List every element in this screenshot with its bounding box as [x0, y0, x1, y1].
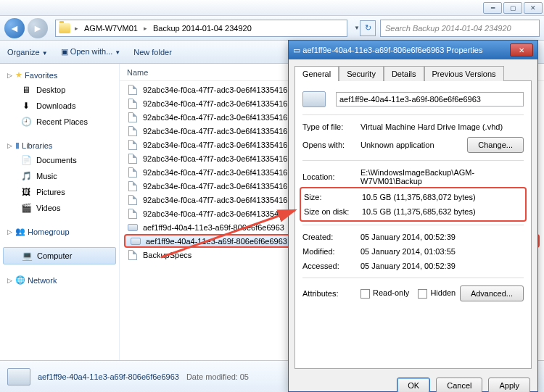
cancel-button[interactable]: Cancel [436, 378, 482, 392]
dialog-title: aef1ff9e-40a4-11e3-a69f-806e6f6e6963 Pro… [302, 46, 482, 54]
disk-icon [7, 368, 30, 385]
sidebar-favorites[interactable]: ▷★ Favorites [0, 68, 119, 82]
open-with-menu[interactable]: ▣ Open with...▼ [61, 47, 121, 57]
disk-icon [302, 91, 326, 107]
file-icon [127, 180, 139, 192]
titlebar: ━ ▢ ✕ [0, 0, 544, 16]
file-name: BackupSpecs [143, 251, 191, 259]
accessed-label: Accessed: [302, 262, 360, 270]
back-button[interactable]: ◄ [4, 18, 25, 38]
readonly-label: Read-only [373, 288, 409, 297]
location-label: Location: [302, 172, 360, 181]
modified-value: 05 January 2014, 01:03:55 [360, 247, 524, 256]
file-icon [127, 194, 139, 206]
close-button[interactable]: ✕ [510, 43, 533, 57]
size-highlight: Size:10.5 GB (11,375,683,072 bytes) Size… [300, 187, 527, 222]
organize-menu[interactable]: Organize▼ [7, 48, 48, 57]
sidebar-homegroup[interactable]: ▷👥 Homegroup [0, 225, 119, 238]
file-name: 92abc34e-f0ca-47f7-adc3-0e6f41335416 [143, 99, 287, 108]
maximize-button[interactable]: ▢ [503, 2, 522, 14]
file-name: 92abc34e-f0ca-47f7-adc3-0e6f41335416 [143, 182, 287, 191]
size-on-disk-value: 10.5 GB (11,375,685,632 bytes) [362, 207, 522, 216]
sidebar-item-documents[interactable]: 📄Documents [0, 152, 119, 168]
hidden-label: Hidden [430, 288, 456, 297]
sidebar-libraries[interactable]: ▷▮ Libraries [0, 138, 119, 152]
change-button[interactable]: Change... [467, 137, 524, 153]
created-label: Created: [302, 233, 360, 241]
file-name: 92abc34e-f0ca-47f7-adc3-0e6f41335416 [143, 127, 287, 135]
dialog-buttons: OK Cancel Apply [289, 375, 537, 392]
type-value: Virtual Machine Hard Drive Image (.vhd) [360, 122, 524, 131]
location-value: E:\WindowsImageBackup\AGM-W7VM01\Backup [360, 168, 524, 185]
accessed-value: 05 January 2014, 00:52:39 [360, 262, 524, 270]
dialog-titlebar: ▭ aef1ff9e-40a4-11e3-a69f-806e6f6e6963 P… [289, 41, 537, 59]
status-filename: aef1ff9e-40a4-11e3-a69f-806e6f6e6963 [38, 372, 179, 381]
sidebar-item-pictures[interactable]: 🖼Pictures [0, 184, 119, 200]
sidebar-item-music[interactable]: 🎵Music [0, 168, 119, 184]
file-name: aef1ff9e-40a4-11e3-a69f-806e6f6e6963 [146, 237, 287, 246]
sidebar-computer[interactable]: 💻Computer [3, 247, 116, 264]
file-name: 92abc34e-f0ca-47f7-adc3-0e6f41335416 [143, 196, 287, 204]
navbar: ◄ ► ▸ AGM-W7VM01 ▸ Backup 2014-01-04 234… [0, 16, 544, 41]
chevron-down-icon[interactable]: ▼ [354, 25, 360, 31]
tab-details[interactable]: Details [384, 66, 424, 81]
ok-button[interactable]: OK [397, 378, 430, 392]
minimize-button[interactable]: ━ [483, 2, 502, 14]
properties-dialog: ▭ aef1ff9e-40a4-11e3-a69f-806e6f6e6963 P… [288, 40, 538, 392]
file-name: 92abc34e-f0ca-47f7-adc3-0e6f41335416 [143, 168, 287, 177]
refresh-button[interactable]: ↻ [360, 20, 376, 36]
hidden-checkbox[interactable] [418, 289, 427, 299]
close-button[interactable]: ✕ [524, 2, 543, 14]
apply-button[interactable]: Apply [488, 378, 530, 392]
tab-strip: General Security Details Previous Versio… [289, 59, 537, 80]
disk-icon [127, 222, 139, 233]
file-icon [127, 249, 139, 261]
file-icon [127, 208, 139, 220]
file-icon [127, 167, 139, 178]
file-name: aef1ff9d-40a4-11e3-a69f-806e6f6e6963 [143, 223, 284, 232]
breadcrumb-seg[interactable]: Backup 2014-01-04 234920 [147, 24, 257, 33]
size-on-disk-label: Size on disk: [304, 207, 362, 216]
tab-pane-general: Type of file:Virtual Machine Hard Drive … [294, 80, 532, 369]
file-icon [127, 112, 139, 123]
disk-icon [130, 235, 141, 247]
sidebar: ▷★ Favorites 🖥Desktop ⬇Downloads 🕘Recent… [0, 64, 120, 360]
sidebar-network[interactable]: ▷🌐 Network [0, 273, 119, 287]
search-input[interactable]: Search Backup 2014-01-04 234920 [380, 20, 540, 37]
sidebar-item-downloads[interactable]: ⬇Downloads [0, 98, 119, 114]
folder-icon [59, 23, 70, 33]
file-name: 92abc34e-f0ca-47f7-adc3-0e6f41335416 [143, 209, 287, 218]
created-value: 05 January 2014, 00:52:39 [360, 233, 524, 241]
sidebar-item-desktop[interactable]: 🖥Desktop [0, 82, 119, 98]
disk-icon: ▭ [293, 46, 300, 55]
file-icon [127, 125, 139, 137]
file-icon [127, 84, 139, 96]
tab-general[interactable]: General [294, 66, 339, 81]
opens-with-value: Unknown application [360, 141, 467, 149]
file-name: 92abc34e-f0ca-47f7-adc3-0e6f41335416 [143, 86, 287, 94]
attributes-label: Attributes: [302, 289, 360, 298]
type-label: Type of file: [302, 122, 360, 131]
file-name: 92abc34e-f0ca-47f7-adc3-0e6f41335416 [143, 154, 287, 163]
readonly-checkbox[interactable] [360, 289, 370, 299]
file-icon [127, 153, 139, 164]
breadcrumb-seg[interactable]: AGM-W7VM01 [78, 24, 144, 33]
new-folder-button[interactable]: New folder [133, 48, 172, 57]
tab-previous-versions[interactable]: Previous Versions [424, 66, 504, 81]
address-bar[interactable]: ▸ AGM-W7VM01 ▸ Backup 2014-01-04 234920 [55, 20, 347, 37]
tab-security[interactable]: Security [339, 66, 384, 81]
opens-with-label: Opens with: [302, 141, 360, 149]
file-icon [127, 98, 139, 109]
sidebar-item-recent[interactable]: 🕘Recent Places [0, 114, 119, 130]
size-label: Size: [304, 193, 362, 201]
modified-label: Modified: [302, 247, 360, 256]
sidebar-item-videos[interactable]: 🎬Videos [0, 200, 119, 216]
filename-input[interactable] [336, 92, 524, 107]
forward-button[interactable]: ► [28, 18, 48, 38]
file-icon [127, 139, 139, 151]
file-name: 92abc34e-f0ca-47f7-adc3-0e6f41335416 [143, 141, 287, 149]
file-name: 92abc34e-f0ca-47f7-adc3-0e6f41335416 [143, 113, 287, 122]
advanced-button[interactable]: Advanced... [460, 285, 524, 301]
size-value: 10.5 GB (11,375,683,072 bytes) [362, 193, 522, 201]
